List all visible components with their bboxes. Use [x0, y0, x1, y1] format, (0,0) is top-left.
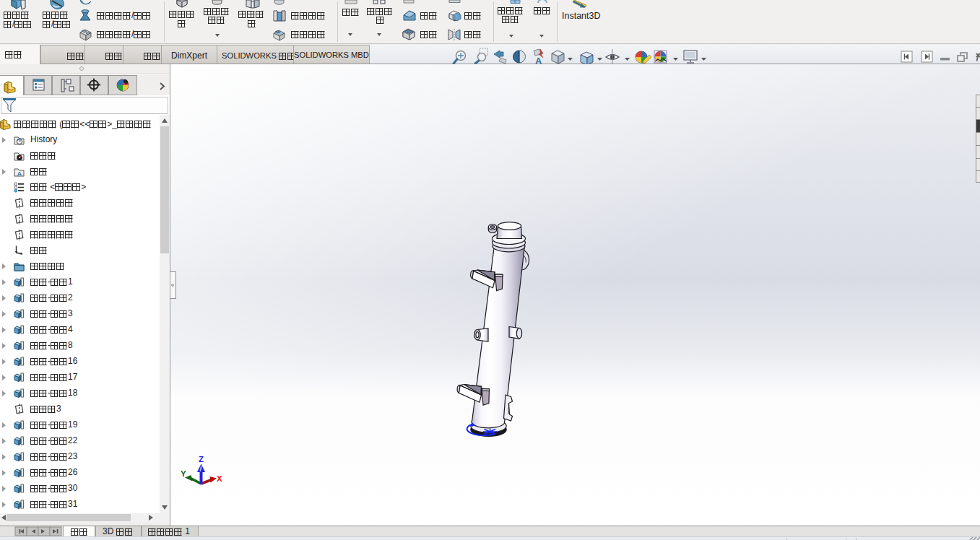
svg-text:Y: Y — [181, 469, 186, 478]
svg-text:Z: Z — [199, 455, 204, 463]
svg-text:X: X — [217, 474, 222, 483]
